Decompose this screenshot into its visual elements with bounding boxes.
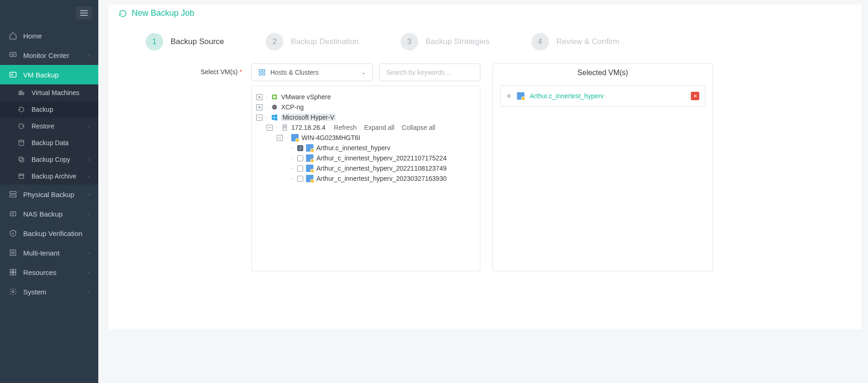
plus-icon[interactable]: + (506, 91, 511, 101)
tree-node-vm[interactable]: ···· Arthur_c_innertest_hyperv_202303271… (256, 173, 475, 184)
wizard-steps: 1 Backup Source 2 Backup Destination 3 B… (108, 20, 862, 64)
sidebar-item-multi-tenant[interactable]: Multi-tenant ‹ (0, 243, 98, 262)
svg-rect-2 (19, 91, 20, 95)
sidebar-item-backup-copy[interactable]: Backup Copy ‹ (0, 151, 98, 168)
tree-node-vm[interactable]: ···· ✓ Arthur.c_innertest_hyperv (256, 143, 475, 153)
svg-rect-19 (259, 70, 262, 72)
chevron-left-icon: ‹ (88, 173, 90, 179)
tree-node-vmware[interactable]: ·· VMware vSphere (256, 92, 475, 102)
sidebar-top (0, 0, 98, 26)
server-icon (281, 124, 288, 131)
step-backup-destination[interactable]: 2 Backup Destination (266, 33, 358, 51)
form-row: Select VM(s)* Hosts & Clusters ⌄ (108, 64, 862, 271)
sidebar-item-backup-verification[interactable]: Backup Verification (0, 223, 98, 243)
collapse-toggle-icon[interactable] (256, 115, 262, 121)
chevron-left-icon: ‹ (88, 250, 90, 255)
vm-icon (8, 70, 18, 79)
collapse-toggle-icon[interactable] (277, 135, 283, 141)
expand-toggle-icon[interactable] (256, 104, 262, 110)
svg-rect-22 (262, 73, 265, 75)
cluster-icon (258, 69, 266, 76)
tree-node-cluster[interactable]: ·· WIN-4G023MHGT6I (256, 133, 475, 143)
step-number: 4 (531, 33, 549, 51)
step-number: 1 (146, 33, 163, 51)
collapse-all-link[interactable]: Collapse all (402, 124, 435, 131)
tree-node-label: Microsoft Hyper-V (281, 114, 336, 121)
svg-rect-17 (13, 273, 16, 275)
scope-dropdown[interactable]: Hosts & Clusters ⌄ (251, 64, 373, 81)
svg-rect-6 (20, 158, 24, 162)
sidebar-item-nas-backup[interactable]: NAS Backup ‹ (0, 204, 98, 223)
wizard-panel: New Backup Job 1 Backup Source 2 Backup … (108, 5, 862, 329)
home-icon (8, 31, 18, 40)
resources-icon (8, 268, 18, 277)
svg-point-5 (19, 140, 24, 142)
menu-toggle-icon[interactable] (76, 6, 92, 19)
refresh-icon[interactable] (119, 9, 127, 18)
sidebar-item-vm-backup[interactable]: VM Backup ⌄ (0, 65, 98, 84)
tree-node-xcp[interactable]: ·· XCP-ng (256, 102, 475, 112)
step-review-confirm[interactable]: 4 Review & Confirm (531, 33, 619, 51)
select-vms-label: Select VM(s)* (122, 64, 242, 271)
required-asterisk: * (240, 68, 242, 76)
tree-node-hyperv[interactable]: ·· Microsoft Hyper-V (256, 112, 475, 122)
svg-rect-16 (10, 273, 13, 275)
sidebar-submenu-vm-backup: Virtual Machines Backup Restore ‹ Backup… (0, 84, 98, 185)
sidebar-item-resources[interactable]: Resources ‹ (0, 262, 98, 282)
monitor-icon (8, 51, 18, 60)
step-backup-strategies[interactable]: 3 Backup Strategies (401, 33, 490, 51)
sidebar-item-label: Backup Data (32, 139, 90, 147)
chevron-left-icon: ‹ (88, 157, 90, 162)
tree-node-label: VMware vSphere (281, 93, 331, 101)
selected-vm-name[interactable]: Arthur.c_innertest_hyperv (530, 92, 604, 100)
vm-checkbox[interactable] (297, 166, 303, 172)
vm-checkbox[interactable] (297, 155, 303, 161)
svg-rect-21 (259, 73, 262, 75)
chevron-left-icon: ‹ (88, 289, 90, 294)
remove-button[interactable]: ✕ (691, 92, 699, 100)
tree-node-vm[interactable]: ···· Arthur_c_innertest_hyperv_202211071… (256, 153, 475, 163)
svg-rect-12 (10, 212, 16, 216)
chevron-down-icon: ⌄ (361, 69, 366, 76)
sidebar-item-home[interactable]: Home (0, 26, 98, 45)
sidebar-item-label: Multi-tenant (23, 249, 88, 257)
sidebar-item-label: Backup Verification (23, 230, 90, 237)
step-number: 3 (401, 33, 418, 51)
sidebar-item-restore[interactable]: Restore ‹ (0, 118, 98, 134)
tree-node-host[interactable]: ·· 172.18.26.4 Refresh Expand all Collap… (256, 122, 475, 133)
source-column: Hosts & Clusters ⌄ ·· VMware vSphere (251, 64, 480, 271)
nas-icon (8, 209, 18, 218)
search-input[interactable] (379, 64, 480, 81)
sidebar-item-backup[interactable]: Backup (0, 101, 98, 118)
tree-node-label: XCP-ng (281, 103, 304, 111)
sidebar-item-physical-backup[interactable]: Physical Backup ‹ (0, 185, 98, 204)
chevron-down-icon: ⌄ (86, 72, 90, 78)
step-backup-source[interactable]: 1 Backup Source (146, 33, 224, 51)
expand-all-link[interactable]: Expand all (364, 124, 394, 131)
main-content: New Backup Job 1 Backup Source 2 Backup … (98, 0, 868, 383)
vm-instance-icon (306, 154, 313, 162)
sidebar-item-label: Backup Copy (32, 156, 88, 163)
vm-checkbox[interactable]: ✓ (297, 145, 303, 151)
vm-checkbox[interactable] (297, 176, 303, 182)
sidebar-item-virtual-machines[interactable]: Virtual Machines (0, 84, 98, 101)
vm-instance-icon (517, 92, 524, 100)
collapse-toggle-icon[interactable] (267, 125, 273, 131)
tree-node-label: WIN-4G023MHGT6I (301, 134, 360, 141)
expand-toggle-icon[interactable] (256, 94, 262, 100)
sidebar-item-backup-data[interactable]: Backup Data (0, 134, 98, 151)
refresh-link[interactable]: Refresh (334, 124, 357, 131)
tree-node-vm[interactable]: ···· Arthur_c_innertest_hyperv_202211081… (256, 163, 475, 173)
sidebar-item-label: System (23, 288, 88, 296)
selected-vms-title: Selected VM(s) (493, 64, 713, 82)
svg-rect-4 (23, 92, 24, 95)
sidebar-item-label: NAS Backup (23, 210, 88, 218)
sidebar-item-label: Backup (32, 106, 90, 113)
sidebar-item-system[interactable]: System ‹ (0, 282, 98, 301)
sidebar-item-backup-archive[interactable]: Backup Archive ‹ (0, 168, 98, 185)
verify-icon (8, 229, 18, 238)
svg-rect-15 (13, 269, 16, 272)
sidebar-item-monitor-center[interactable]: Monitor Center ‹ (0, 45, 98, 65)
step-label: Backup Destination (291, 37, 358, 46)
tree-node-label: Arthur_c_innertest_hyperv_20221107175224 (316, 154, 447, 162)
